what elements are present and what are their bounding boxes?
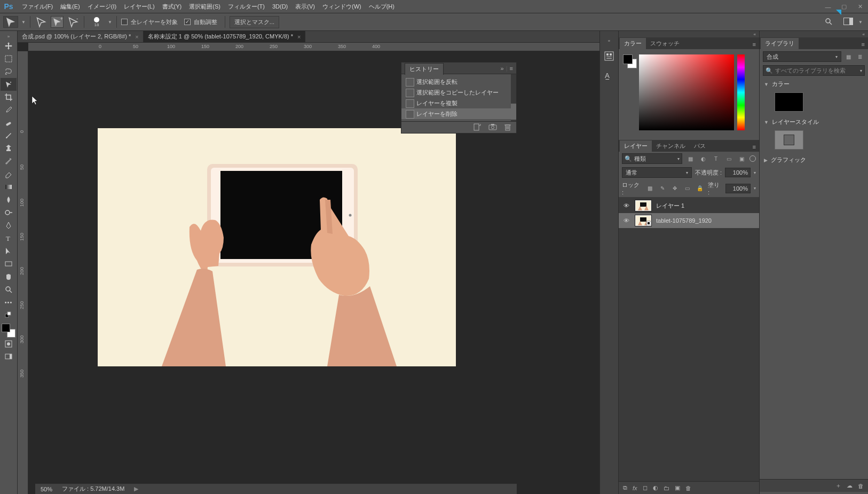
panel-menu-icon[interactable]: ≡ bbox=[858, 40, 868, 49]
filter-toggle[interactable] bbox=[749, 155, 756, 162]
ruler-horizontal[interactable]: 0 50 100 150 200 250 300 350 400 bbox=[28, 43, 599, 51]
lib-section-graphic[interactable]: ▶ グラフィック bbox=[760, 153, 868, 167]
gradient-tool[interactable] bbox=[1, 181, 17, 193]
lock-artboard-icon[interactable]: ▭ bbox=[683, 184, 692, 193]
clone-stamp-tool[interactable] bbox=[1, 142, 17, 155]
quick-selection-tool[interactable] bbox=[1, 78, 17, 91]
lib-section-layerstyle[interactable]: ▼ レイヤースタイル bbox=[760, 115, 868, 129]
brush-tool[interactable] bbox=[1, 129, 17, 142]
new-layer-icon[interactable]: ▣ bbox=[675, 484, 680, 491]
lib-list-view-icon[interactable]: ≣ bbox=[855, 52, 865, 61]
library-select[interactable]: 合成 ▾ bbox=[763, 51, 841, 62]
window-close-button[interactable]: ✕ bbox=[852, 0, 868, 13]
lasso-tool[interactable] bbox=[1, 65, 17, 78]
link-layers-icon[interactable]: ⧉ bbox=[623, 484, 627, 491]
blend-mode-select[interactable]: 通常 ▾ bbox=[622, 167, 692, 178]
menu-view[interactable]: 表示(V) bbox=[291, 1, 319, 13]
zoom-tool[interactable] bbox=[1, 283, 17, 296]
lib-sync-icon[interactable]: ☁ bbox=[847, 482, 853, 489]
panel-menu-icon[interactable]: ≡ bbox=[749, 142, 759, 152]
adjustment-layer-icon[interactable]: ◐ bbox=[653, 484, 658, 491]
lib-grid-view-icon[interactable]: ▦ bbox=[843, 52, 853, 61]
layer-filter-type[interactable]: 🔍 種類 ▾ bbox=[622, 153, 682, 164]
character-panel-icon[interactable]: A̲ bbox=[602, 68, 616, 82]
chevron-down-icon[interactable]: ▾ bbox=[754, 170, 756, 175]
new-selection-icon[interactable] bbox=[35, 16, 48, 28]
document-tab-close-icon[interactable]: × bbox=[135, 34, 138, 40]
layer-row[interactable]: 👁 tablet-1075789_1920 bbox=[619, 213, 759, 228]
all-layers-checkbox[interactable] bbox=[121, 19, 128, 25]
blur-tool[interactable] bbox=[1, 193, 17, 206]
swatches-tab[interactable]: スウォッチ bbox=[646, 38, 684, 49]
panel-collapse-icon[interactable]: » bbox=[501, 65, 504, 72]
color-field[interactable] bbox=[639, 54, 734, 130]
visibility-toggle-icon[interactable]: 👁 bbox=[622, 202, 630, 209]
panel-menu-icon[interactable]: ≡ bbox=[510, 65, 513, 72]
status-more-icon[interactable]: ▶ bbox=[134, 485, 138, 492]
quick-mask-tool[interactable] bbox=[1, 338, 17, 350]
move-tool[interactable] bbox=[1, 40, 17, 52]
tool-preset-dropdown-icon[interactable]: ▼ bbox=[21, 20, 26, 25]
menu-layer[interactable]: レイヤー(L) bbox=[120, 1, 158, 13]
menu-filter[interactable]: フィルター(T) bbox=[224, 1, 269, 13]
lib-add-icon[interactable]: ＋ bbox=[835, 482, 841, 490]
panel-collapse-icon[interactable]: « bbox=[619, 31, 759, 37]
eraser-tool[interactable] bbox=[1, 168, 17, 181]
brush-preview[interactable]: 18 bbox=[89, 17, 105, 27]
document-tab-1[interactable]: 合成.psd @ 100% (レイヤー 2, RGB/8#) * × bbox=[18, 31, 144, 42]
menu-type[interactable]: 書式(Y) bbox=[159, 1, 186, 13]
hue-strip[interactable] bbox=[737, 54, 745, 130]
panel-fg-swatch[interactable] bbox=[623, 54, 633, 64]
menu-select[interactable]: 選択範囲(S) bbox=[185, 1, 224, 13]
menu-file[interactable]: ファイル(F) bbox=[18, 1, 57, 13]
auto-adjust-checkbox[interactable] bbox=[184, 19, 191, 25]
search-icon[interactable] bbox=[824, 17, 838, 27]
history-scrollbar[interactable] bbox=[511, 74, 516, 121]
canvas[interactable] bbox=[98, 128, 456, 366]
filter-adjust-icon[interactable]: ◐ bbox=[698, 154, 708, 163]
file-info-label[interactable]: ファイル : 5.72M/14.3M bbox=[62, 485, 124, 493]
properties-panel-icon[interactable] bbox=[602, 49, 616, 63]
opacity-input[interactable]: 100% bbox=[725, 168, 751, 177]
layers-tab[interactable]: レイヤー bbox=[620, 140, 652, 152]
history-list[interactable]: 選択範囲を反転 選択範囲をコピーしたレイヤー レイヤーを複製 レイヤーを削除 bbox=[401, 74, 516, 121]
zoom-level-label[interactable]: 50% bbox=[41, 486, 52, 492]
lock-position-icon[interactable]: ✥ bbox=[670, 184, 680, 193]
hand-tool[interactable] bbox=[1, 270, 17, 283]
filter-shape-icon[interactable]: ▭ bbox=[724, 154, 733, 163]
dodge-tool[interactable] bbox=[1, 206, 17, 219]
panel-collapse-icon[interactable]: « bbox=[760, 31, 868, 37]
fill-input[interactable]: 100% bbox=[725, 184, 751, 193]
rectangular-marquee-tool[interactable] bbox=[1, 52, 17, 65]
subtract-from-selection-icon[interactable]: - bbox=[67, 16, 80, 28]
history-panel-title[interactable]: ヒストリー bbox=[405, 63, 444, 75]
ruler-vertical[interactable]: 0 50 100 150 200 250 300 350 bbox=[18, 51, 28, 494]
layer-name[interactable]: レイヤー 1 bbox=[656, 202, 684, 210]
foreground-color-swatch[interactable] bbox=[2, 324, 10, 332]
select-and-mask-button[interactable]: 選択とマスク... bbox=[230, 16, 279, 28]
sliver-expand-icon[interactable]: « bbox=[601, 37, 617, 44]
panel-menu-icon[interactable]: ≡ bbox=[749, 40, 759, 49]
pen-tool[interactable] bbox=[1, 219, 17, 232]
eyedropper-tool[interactable] bbox=[1, 104, 17, 116]
path-selection-tool[interactable] bbox=[1, 245, 17, 257]
menu-edit[interactable]: 編集(E) bbox=[57, 1, 84, 13]
lock-all-icon[interactable]: 🔒 bbox=[696, 184, 705, 193]
history-delete-icon[interactable] bbox=[504, 123, 511, 132]
layer-group-icon[interactable]: 🗀 bbox=[664, 485, 669, 491]
menu-window[interactable]: ウィンドウ(W) bbox=[319, 1, 365, 13]
menu-help[interactable]: ヘルプ(H) bbox=[365, 1, 398, 13]
history-snapshot-icon[interactable] bbox=[488, 124, 497, 131]
color-tab[interactable]: カラー bbox=[620, 38, 646, 49]
layers-list[interactable]: 👁 レイヤー 1 👁 tablet-1075789_1920 bbox=[619, 197, 759, 481]
active-tool-indicator[interactable] bbox=[3, 16, 18, 28]
layer-name[interactable]: tablet-1075789_1920 bbox=[656, 217, 712, 224]
delete-layer-icon[interactable]: 🗑 bbox=[685, 485, 691, 491]
type-tool[interactable]: T bbox=[1, 232, 17, 245]
library-search[interactable]: 🔍 すべてのライブラリを検索 ▾ bbox=[763, 65, 865, 76]
filter-pixel-icon[interactable]: ▦ bbox=[685, 154, 695, 163]
lib-delete-icon[interactable]: 🗑 bbox=[858, 483, 864, 489]
menu-image[interactable]: イメージ(I) bbox=[84, 1, 120, 13]
workspace-dropdown-icon[interactable]: ▼ bbox=[858, 20, 863, 25]
lock-transparent-icon[interactable]: ▩ bbox=[645, 184, 654, 193]
